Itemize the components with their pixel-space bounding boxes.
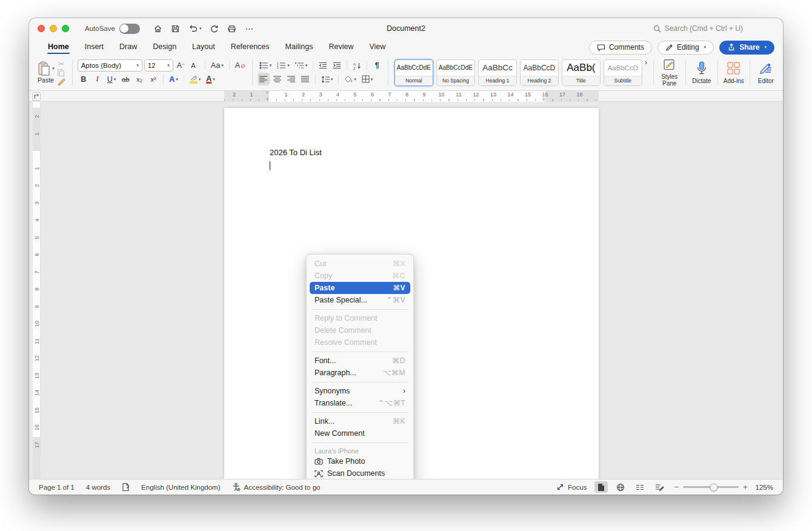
- cut-button[interactable]: ✂: [55, 59, 67, 68]
- align-right-button[interactable]: [285, 73, 298, 85]
- tab-view[interactable]: View: [362, 40, 392, 55]
- accessibility-status[interactable]: Accessibility: Good to go: [232, 483, 321, 492]
- justify-button[interactable]: [299, 73, 311, 85]
- first-line-indent-marker[interactable]: ▿: [266, 90, 268, 95]
- bullets-button[interactable]: ▾: [258, 59, 274, 72]
- undo-chevron-icon[interactable]: ▾: [199, 26, 202, 31]
- ruler-number: 1: [34, 165, 40, 172]
- tab-selector[interactable]: [32, 92, 41, 101]
- menu-item-paste[interactable]: Paste⌘V: [310, 282, 410, 294]
- print-icon[interactable]: [225, 23, 239, 35]
- font-size-select[interactable]: 12▾: [144, 59, 173, 72]
- close-button[interactable]: [38, 25, 45, 32]
- bold-button[interactable]: B: [78, 73, 90, 85]
- draft-view-button[interactable]: [653, 481, 666, 493]
- tab-mailings[interactable]: Mailings: [279, 40, 320, 55]
- zoom-slider-thumb[interactable]: [710, 483, 717, 491]
- dictate-button[interactable]: Dictate: [691, 58, 713, 87]
- change-case-button[interactable]: Aa▾: [209, 59, 225, 72]
- autosave-toggle[interactable]: [119, 24, 140, 34]
- style-heading-1[interactable]: AaBbCcHeading 1: [478, 59, 517, 86]
- share-button[interactable]: Share ▾: [719, 41, 774, 55]
- horizontal-ruler[interactable]: ▿ ▵ ▵ 21123456789101112131415161718: [224, 91, 599, 102]
- font-name-select[interactable]: Aptos (Body)▾: [78, 59, 142, 72]
- gallery-more-button[interactable]: ›: [644, 58, 648, 87]
- menu-item-link[interactable]: Link...⌘K: [307, 415, 413, 427]
- zoom-level[interactable]: 125%: [756, 484, 773, 491]
- tab-draw[interactable]: Draw: [113, 40, 144, 55]
- shading-button[interactable]: ▾: [342, 73, 358, 85]
- zoom-button[interactable]: [62, 25, 69, 32]
- menu-item-take-photo[interactable]: Take Photo: [307, 455, 413, 467]
- style-title[interactable]: AaBb(Title: [562, 59, 601, 86]
- copy-button[interactable]: [55, 68, 67, 78]
- decrease-indent-button[interactable]: [317, 59, 329, 72]
- style-heading-2[interactable]: AaBbCcDHeading 2: [520, 59, 559, 86]
- zoom-out-button[interactable]: −: [674, 483, 679, 492]
- font-color-button[interactable]: A▾: [204, 73, 217, 85]
- outline-view-button[interactable]: [633, 481, 647, 493]
- tab-references[interactable]: References: [224, 40, 276, 55]
- document-text[interactable]: 2026 To Di List: [270, 148, 322, 157]
- style-no-spacing[interactable]: AaBbCcDdENo Spacing: [436, 59, 475, 86]
- underline-button[interactable]: U▾: [105, 73, 118, 85]
- tab-layout[interactable]: Layout: [185, 40, 222, 55]
- language-status[interactable]: English (United Kingdom): [141, 484, 220, 491]
- numbering-button[interactable]: 123▾: [275, 59, 291, 72]
- minimize-button[interactable]: [50, 25, 57, 32]
- subscript-button[interactable]: x₂: [133, 73, 145, 85]
- menu-item-paragraph[interactable]: Paragraph...⌥⌘M: [307, 367, 413, 379]
- align-center-button[interactable]: [271, 73, 284, 85]
- search-control[interactable]: Search (Cmd + Ctrl + U): [653, 24, 743, 33]
- menu-item-paste-special[interactable]: Paste Special...⌃⌘V: [307, 294, 413, 306]
- editing-mode-button[interactable]: Editing ▾: [657, 41, 714, 55]
- style-normal[interactable]: AaBbCcDdENormal: [394, 59, 433, 86]
- undo-icon[interactable]: ▾: [186, 23, 204, 35]
- comments-button[interactable]: Comments: [589, 41, 652, 55]
- multilevel-list-button[interactable]: ▾: [293, 59, 310, 72]
- menu-item-font[interactable]: Font...⌘D: [307, 355, 413, 367]
- increase-indent-button[interactable]: [331, 59, 343, 72]
- hanging-indent-marker[interactable]: ▵: [266, 96, 268, 101]
- tab-home[interactable]: Home: [41, 40, 76, 55]
- italic-button[interactable]: I: [92, 73, 104, 85]
- focus-button[interactable]: Focus: [556, 483, 587, 491]
- grow-font-button[interactable]: A⌃: [175, 59, 187, 72]
- menu-item-new-comment[interactable]: New Comment: [307, 427, 413, 439]
- home-icon[interactable]: [151, 23, 165, 35]
- borders-button[interactable]: ▾: [360, 73, 375, 85]
- tab-insert[interactable]: Insert: [78, 40, 110, 55]
- align-left-button[interactable]: [258, 73, 270, 85]
- line-spacing-button[interactable]: ▾: [319, 73, 335, 85]
- web-layout-view-button[interactable]: [614, 481, 627, 493]
- highlight-color-button[interactable]: ▾: [188, 73, 203, 85]
- superscript-button[interactable]: x²: [147, 73, 159, 85]
- tab-review[interactable]: Review: [322, 40, 360, 55]
- text-effects-button[interactable]: A▾: [167, 73, 180, 85]
- redo-icon[interactable]: [207, 23, 221, 35]
- format-painter-button[interactable]: [55, 78, 67, 87]
- vertical-ruler[interactable]: 211234567891011121314151617: [33, 102, 41, 479]
- clear-formatting-button[interactable]: A: [233, 59, 247, 72]
- add-ins-button[interactable]: Add-ins: [723, 58, 745, 87]
- save-icon[interactable]: [168, 23, 182, 35]
- styles-pane-button[interactable]: Styles Pane: [659, 58, 681, 87]
- more-toolbar-icon[interactable]: ⋯: [242, 22, 256, 35]
- page-count[interactable]: Page 1 of 1: [39, 484, 75, 491]
- shrink-font-button[interactable]: A⌄: [189, 59, 201, 72]
- zoom-in-button[interactable]: +: [743, 483, 748, 492]
- print-layout-view-button[interactable]: [594, 481, 608, 493]
- strikethrough-button[interactable]: ab: [119, 73, 131, 85]
- zoom-slider[interactable]: [683, 486, 739, 488]
- editor-button[interactable]: Editor: [755, 58, 777, 87]
- sort-button[interactable]: AZ: [351, 59, 363, 72]
- proofing-status-icon[interactable]: [122, 483, 130, 492]
- menu-item-scan-documents[interactable]: Scan Documents: [307, 467, 413, 479]
- word-count[interactable]: 4 words: [86, 484, 110, 491]
- tab-design[interactable]: Design: [146, 40, 183, 55]
- style-subtitle[interactable]: AaBbCcDSubtitle: [604, 59, 642, 86]
- paste-button[interactable]: ▾ Paste: [36, 58, 55, 87]
- menu-item-synonyms[interactable]: Synonyms›: [307, 385, 413, 397]
- menu-item-translate[interactable]: Translate...⌃⌥⌘T: [307, 397, 413, 409]
- show-paragraph-marks-button[interactable]: ¶: [371, 59, 383, 72]
